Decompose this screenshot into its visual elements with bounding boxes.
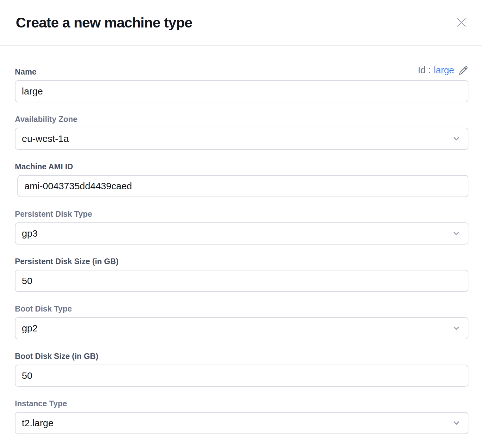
modal-header: Create a new machine type [0,0,482,46]
instance-type-select[interactable]: t2.large [15,412,468,434]
persistent-disk-type-selected-value: gp3 [22,228,38,239]
modal-title: Create a new machine type [16,15,192,31]
boot-disk-type-selected-value: gp2 [22,323,38,334]
instance-type-selected-value: t2.large [22,418,53,428]
chevron-down-icon [452,229,461,238]
instance-type-label: Instance Type [15,399,468,408]
name-input[interactable] [15,80,468,102]
machine-ami-id-label: Machine AMI ID [15,162,468,171]
close-icon [456,17,467,28]
id-badge: Id : large [418,65,468,76]
field-row: Availability Zone eu-west-1a [15,114,468,150]
persistent-disk-type-select[interactable]: gp3 [15,222,468,245]
field-row: Instance Type t2.large [15,399,468,434]
chevron-down-icon [452,419,461,427]
field-row: Boot Disk Type gp2 [15,304,468,339]
edit-id-button[interactable] [459,66,468,75]
field-row: Persistent Disk Size (in GB) [15,257,468,292]
persistent-disk-type-label: Persistent Disk Type [15,209,468,219]
form-fields: Name Availability Zone eu-west-1a Machin… [15,67,468,434]
persistent-disk-size-in-gb-input[interactable] [15,270,468,292]
field-row: Name [15,67,468,102]
field-row: Persistent Disk Type gp3 [15,209,468,245]
persistent-disk-size-in-gb-label: Persistent Disk Size (in GB) [15,257,468,266]
availability-zone-select[interactable]: eu-west-1a [15,128,468,150]
field-row: Boot Disk Size (in GB) [15,351,468,387]
edit-pencil-icon [459,66,468,75]
boot-disk-type-select[interactable]: gp2 [15,317,468,339]
modal-body: Id : large Name Availability Zone eu-wes… [0,46,482,434]
availability-zone-selected-value: eu-west-1a [22,133,69,144]
id-badge-value: large [434,65,454,76]
boot-disk-size-in-gb-input[interactable] [15,365,468,387]
chevron-down-icon [452,324,461,333]
boot-disk-type-label: Boot Disk Type [15,304,468,313]
close-button[interactable] [455,16,468,29]
boot-disk-size-in-gb-label: Boot Disk Size (in GB) [15,351,468,361]
id-badge-label: Id : [418,65,430,76]
availability-zone-label: Availability Zone [15,114,468,124]
chevron-down-icon [452,134,461,143]
field-row: Machine AMI ID [15,162,468,197]
name-label: Name [15,67,468,76]
machine-ami-id-input[interactable] [17,175,468,197]
